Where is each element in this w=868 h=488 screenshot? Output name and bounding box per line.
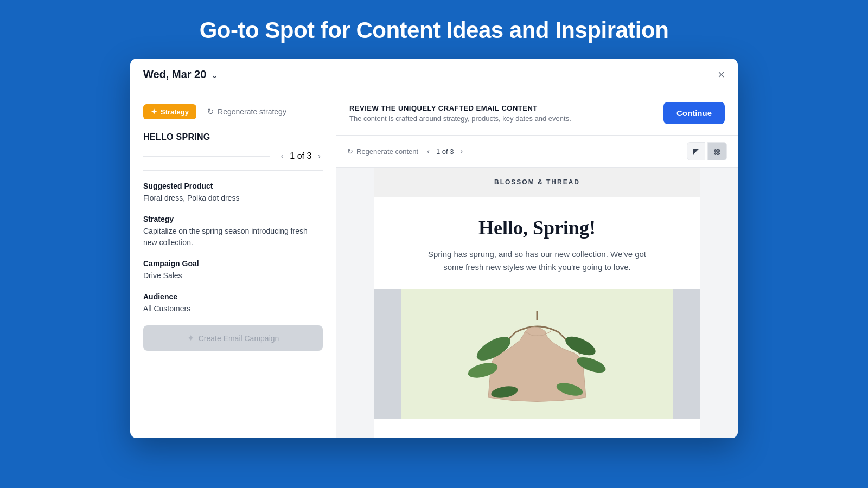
continue-button[interactable]: Continue	[663, 102, 725, 124]
campaign-goal-value: Drive Sales	[143, 270, 323, 281]
email-preview: BLOSSOM & THREAD Hello, Spring! Spring h…	[374, 168, 700, 438]
modal-body: ✦ Strategy ↻ Regenerate strategy HELLO S…	[130, 91, 738, 438]
image-left-sidebar	[374, 289, 401, 419]
strategy-block: Strategy Capitalize on the spring season…	[143, 215, 323, 248]
campaign-goal-label: Campaign Goal	[143, 259, 323, 268]
regenerate-strategy-link[interactable]: ↻ Regenerate strategy	[207, 107, 286, 117]
modal-date: Wed, Mar 20	[143, 68, 206, 81]
section-title: HELLO SPRING	[143, 132, 323, 142]
email-preview-header: BLOSSOM & THREAD	[374, 168, 700, 197]
pagination-prev-arrow[interactable]: ‹	[279, 151, 286, 162]
desktop-view-button[interactable]: ◤	[687, 142, 705, 160]
mobile-icon: ▩	[713, 146, 721, 156]
close-icon[interactable]: ×	[718, 69, 725, 81]
email-brand-name: BLOSSOM & THREAD	[383, 178, 691, 186]
regenerate-content-link[interactable]: ↻ Regenerate content	[347, 147, 418, 156]
image-right-sidebar	[673, 289, 700, 419]
left-panel: ✦ Strategy ↻ Regenerate strategy HELLO S…	[130, 91, 336, 438]
toolbar-left: ↻ Regenerate content ‹ 1 of 3 ›	[347, 146, 465, 157]
regenerate-content-label: Regenerate content	[356, 147, 418, 156]
mobile-view-button[interactable]: ▩	[707, 142, 727, 160]
chevron-down-icon[interactable]: ⌄	[210, 69, 219, 81]
campaign-goal-block: Campaign Goal Drive Sales	[143, 259, 323, 281]
strategy-label: Strategy	[143, 215, 323, 223]
modal-header: Wed, Mar 20 ⌄ ×	[130, 59, 738, 91]
right-panel: REVIEW THE UNIQUELY CRAFTED EMAIL CONTEN…	[336, 91, 738, 438]
audience-value: All Customers	[143, 303, 323, 314]
modal-header-left: Wed, Mar 20 ⌄	[143, 68, 219, 81]
content-next-arrow[interactable]: ›	[458, 146, 465, 157]
review-banner-title: REVIEW THE UNIQUELY CRAFTED EMAIL CONTEN…	[349, 104, 571, 112]
view-toggle: ◤ ▩	[687, 142, 727, 160]
clothing-illustration	[461, 300, 613, 408]
strategy-value: Capitalize on the spring season introduc…	[143, 226, 323, 248]
audience-block: Audience All Customers	[143, 292, 323, 314]
refresh-icon: ↻	[207, 107, 214, 117]
email-preview-container: BLOSSOM & THREAD Hello, Spring! Spring h…	[336, 168, 738, 438]
strategy-icon: ✦	[151, 107, 157, 116]
strategy-badge[interactable]: ✦ Strategy	[143, 104, 196, 119]
email-hero: Hello, Spring! Spring has sprung, and so…	[374, 197, 700, 289]
content-pagination-count: 1 of 3	[436, 147, 454, 156]
suggested-product-block: Suggested Product Floral dress, Polka do…	[143, 182, 323, 204]
page-headline: Go-to Spot for Content Ideas and Inspira…	[200, 0, 669, 59]
modal: Wed, Mar 20 ⌄ × ✦ Strategy ↻ Regenerate …	[130, 59, 738, 438]
review-banner: REVIEW THE UNIQUELY CRAFTED EMAIL CONTEN…	[336, 91, 738, 136]
desktop-icon: ◤	[693, 146, 699, 156]
review-banner-subtitle: The content is crafted around strategy, …	[349, 114, 571, 123]
create-campaign-label: Create Email Campaign	[199, 334, 279, 343]
regenerate-label: Regenerate strategy	[218, 107, 286, 116]
strategy-badge-label: Strategy	[161, 108, 189, 116]
strategy-actions: ✦ Strategy ↻ Regenerate strategy	[143, 104, 323, 119]
pagination-next-arrow[interactable]: ›	[316, 151, 323, 162]
email-image-area	[374, 289, 700, 419]
suggested-product-value: Floral dress, Polka dot dress	[143, 192, 323, 204]
email-headline: Hello, Spring!	[396, 216, 678, 239]
create-email-campaign-button[interactable]: ✦ Create Email Campaign	[143, 325, 323, 351]
email-body-text: Spring has sprung, and so has our new co…	[423, 248, 651, 274]
audience-label: Audience	[143, 292, 323, 301]
content-toolbar: ↻ Regenerate content ‹ 1 of 3 › ◤ ▩	[336, 136, 738, 168]
content-prev-arrow[interactable]: ‹	[425, 146, 432, 157]
left-pagination-count: 1 of 3	[290, 151, 311, 161]
review-banner-text: REVIEW THE UNIQUELY CRAFTED EMAIL CONTEN…	[349, 104, 571, 123]
suggested-product-label: Suggested Product	[143, 182, 323, 190]
refresh-content-icon: ↻	[347, 147, 353, 156]
create-campaign-icon: ✦	[187, 333, 194, 343]
content-pagination: ‹ 1 of 3 ›	[425, 146, 465, 157]
